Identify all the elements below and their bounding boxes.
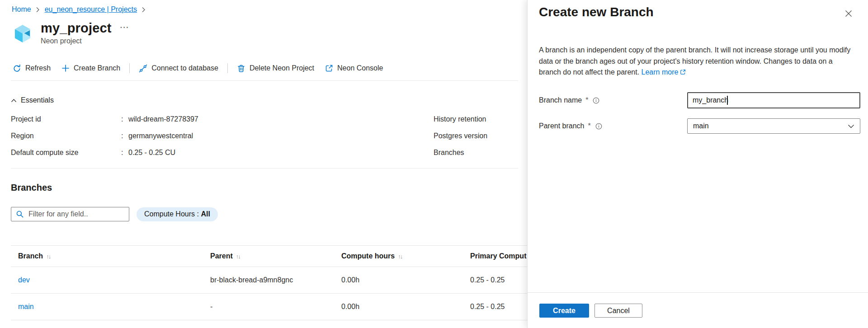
required-asterisk: * xyxy=(588,122,591,130)
chevron-right-icon xyxy=(36,7,40,13)
column-header-compute-hours[interactable]: Compute hours ↑↓ xyxy=(341,252,470,260)
search-icon xyxy=(16,210,24,218)
pill-value: All xyxy=(201,210,210,218)
parent-branch-select[interactable]: main xyxy=(687,118,860,134)
cancel-button[interactable]: Cancel xyxy=(594,304,642,318)
field-value: wild-dream-87278397 xyxy=(128,115,198,123)
essentials-collapse-header[interactable]: Essentials xyxy=(11,96,54,104)
learn-more-link[interactable]: Learn more xyxy=(642,68,686,76)
chevron-right-icon xyxy=(142,7,146,13)
command-bar: Refresh Create Branch Connect to databas… xyxy=(13,61,388,75)
sort-icon: ↑↓ xyxy=(46,253,50,260)
project-header: my_project Neon project ⋯ xyxy=(13,21,129,45)
page-title: my_project xyxy=(41,21,112,35)
cell-compute-hours: 0.00h xyxy=(341,303,470,311)
description-text: A branch is an independent copy of the p… xyxy=(539,46,850,76)
cell-parent: - xyxy=(210,303,341,311)
toolbar-item-label: Refresh xyxy=(25,64,51,72)
select-value: main xyxy=(693,122,709,130)
branch-link[interactable]: dev xyxy=(18,276,30,284)
info-icon[interactable] xyxy=(593,97,599,104)
essentials-row: Region : germanywestcentral xyxy=(11,132,198,149)
create-branch-button[interactable]: Create Branch xyxy=(56,64,126,72)
sort-icon: ↑↓ xyxy=(236,253,240,260)
column-header-label: Compute hours xyxy=(341,252,395,260)
connect-to-database-button[interactable]: Connect to database xyxy=(133,64,224,73)
toolbar-divider xyxy=(129,63,130,73)
chevron-down-icon xyxy=(848,124,854,128)
refresh-icon xyxy=(13,64,21,73)
parent-branch-label: Parent branch xyxy=(539,122,585,130)
column-header-label: Branch xyxy=(18,252,43,260)
toolbar-item-label: Connect to database xyxy=(151,64,218,72)
chevron-up-icon xyxy=(11,98,17,103)
breadcrumb-resource-link[interactable]: eu_neon_resource | Projects xyxy=(45,5,137,14)
learn-more-label: Learn more xyxy=(642,68,679,76)
field-value: germanywestcentral xyxy=(128,132,193,140)
more-options-button[interactable]: ⋯ xyxy=(120,22,129,33)
panel-footer-divider xyxy=(528,292,868,293)
delete-neon-project-button[interactable]: Delete Neon Project xyxy=(231,64,320,73)
breadcrumb: Home eu_neon_resource | Projects xyxy=(12,5,146,14)
cell-parent: br-black-bread-a9mn8gnc xyxy=(210,276,341,284)
info-icon[interactable] xyxy=(595,123,602,130)
field-label: Project id xyxy=(11,115,121,123)
create-branch-panel: Create new Branch A branch is an indepen… xyxy=(527,0,868,328)
text-cursor xyxy=(727,96,728,105)
close-icon xyxy=(845,10,852,17)
required-asterisk: * xyxy=(585,96,588,104)
branch-name-label: Branch name xyxy=(539,96,582,104)
toolbar-item-label: Neon Console xyxy=(337,64,383,72)
field-value: 0.25 - 0.25 CU xyxy=(128,149,175,157)
column-header-parent[interactable]: Parent ↑↓ xyxy=(210,252,341,260)
plus-icon xyxy=(61,64,70,72)
toolbar-divider xyxy=(227,63,228,73)
create-button[interactable]: Create xyxy=(539,304,589,318)
compute-hours-filter-pill[interactable]: Compute Hours : All xyxy=(137,207,218,221)
field-label: Default compute size xyxy=(11,149,121,157)
essentials-left-column: Project id : wild-dream-87278397 Region … xyxy=(11,115,198,165)
filter-input[interactable] xyxy=(11,207,129,221)
divider xyxy=(11,80,518,81)
branch-link[interactable]: main xyxy=(18,303,34,310)
essentials-title: Essentials xyxy=(21,96,54,104)
essentials-row: Default compute size : 0.25 - 0.25 CU xyxy=(11,149,198,165)
panel-title: Create new Branch xyxy=(539,5,654,19)
sort-icon: ↑↓ xyxy=(398,253,402,260)
connect-icon xyxy=(139,64,147,73)
neon-console-button[interactable]: Neon Console xyxy=(320,64,388,72)
breadcrumb-home-link[interactable]: Home xyxy=(12,5,31,14)
neon-project-icon xyxy=(13,23,33,44)
external-link-icon xyxy=(325,64,333,72)
colon: : xyxy=(121,115,128,123)
toolbar-item-label: Create Branch xyxy=(74,64,120,72)
external-link-icon xyxy=(680,69,686,75)
essentials-row: Project id : wild-dream-87278397 xyxy=(11,115,198,132)
trash-icon xyxy=(237,64,245,73)
project-page: Home eu_neon_resource | Projects my_proj… xyxy=(0,0,528,328)
column-header-branch[interactable]: Branch ↑↓ xyxy=(18,252,210,260)
divider xyxy=(11,168,518,169)
branches-section-title: Branches xyxy=(11,183,52,193)
branches-filter-row: Compute Hours : All xyxy=(11,207,218,221)
parent-branch-field-row: Parent branch * main xyxy=(539,118,857,134)
branch-name-input[interactable] xyxy=(687,92,860,108)
pill-label: Compute Hours : xyxy=(144,210,201,218)
colon: : xyxy=(121,132,128,140)
close-button[interactable] xyxy=(843,8,854,19)
field-label: Region xyxy=(11,132,121,140)
panel-description: A branch is an independent copy of the p… xyxy=(539,45,855,78)
cell-compute-hours: 0.00h xyxy=(341,276,470,284)
branch-name-field-row: Branch name * xyxy=(539,92,857,108)
refresh-button[interactable]: Refresh xyxy=(13,64,56,73)
column-header-label: Primary Comput xyxy=(470,252,526,260)
column-header-label: Parent xyxy=(210,252,233,260)
colon: : xyxy=(121,149,128,157)
page-subtitle: Neon project xyxy=(41,37,112,45)
toolbar-item-label: Delete Neon Project xyxy=(250,64,314,72)
